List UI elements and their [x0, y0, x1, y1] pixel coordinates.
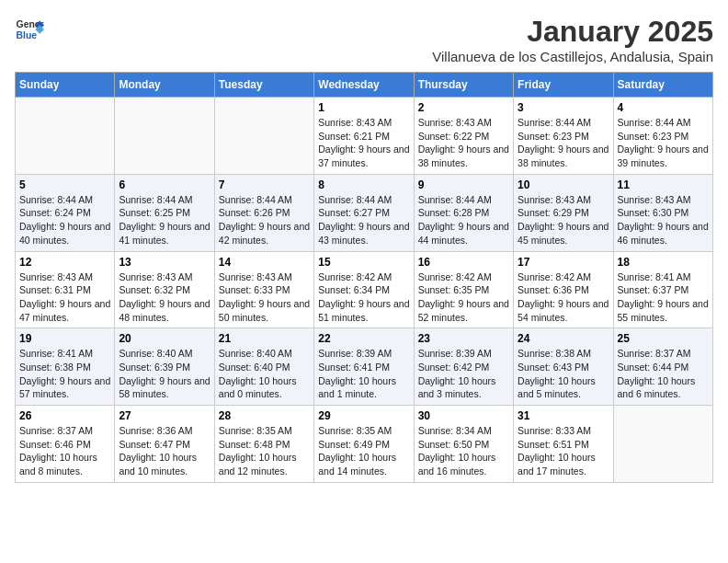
- weekday-header: Sunday: [16, 73, 115, 98]
- main-title: January 2025: [432, 15, 713, 49]
- calendar-table: SundayMondayTuesdayWednesdayThursdayFrid…: [15, 72, 713, 483]
- calendar-cell: 29Sunrise: 8:35 AM Sunset: 6:49 PM Dayli…: [314, 406, 414, 483]
- day-number: 28: [219, 409, 310, 422]
- day-info: Sunrise: 8:35 AM Sunset: 6:48 PM Dayligh…: [219, 424, 310, 478]
- day-number: 26: [19, 409, 110, 422]
- day-number: 22: [318, 332, 409, 345]
- calendar-week-row: 5Sunrise: 8:44 AM Sunset: 6:24 PM Daylig…: [16, 174, 713, 251]
- day-number: 14: [219, 256, 310, 269]
- calendar-cell: 13Sunrise: 8:43 AM Sunset: 6:32 PM Dayli…: [115, 251, 214, 328]
- calendar-cell: 22Sunrise: 8:39 AM Sunset: 6:41 PM Dayli…: [314, 328, 414, 406]
- day-number: 25: [618, 332, 709, 345]
- day-number: 19: [19, 332, 110, 345]
- day-number: 18: [618, 256, 709, 269]
- day-info: Sunrise: 8:36 AM Sunset: 6:47 PM Dayligh…: [119, 424, 210, 478]
- day-info: Sunrise: 8:44 AM Sunset: 6:27 PM Dayligh…: [318, 193, 409, 247]
- calendar-cell: 7Sunrise: 8:44 AM Sunset: 6:26 PM Daylig…: [214, 174, 313, 251]
- day-number: 10: [518, 178, 609, 191]
- day-number: 21: [219, 332, 310, 345]
- day-number: 30: [418, 409, 509, 422]
- calendar-cell: 4Sunrise: 8:44 AM Sunset: 6:23 PM Daylig…: [613, 98, 712, 175]
- day-info: Sunrise: 8:38 AM Sunset: 6:43 PM Dayligh…: [518, 347, 609, 401]
- day-info: Sunrise: 8:44 AM Sunset: 6:23 PM Dayligh…: [518, 116, 609, 170]
- weekday-header: Tuesday: [214, 73, 313, 98]
- calendar-cell: 2Sunrise: 8:43 AM Sunset: 6:22 PM Daylig…: [414, 98, 513, 175]
- day-info: Sunrise: 8:37 AM Sunset: 6:46 PM Dayligh…: [19, 424, 110, 478]
- calendar-cell: 25Sunrise: 8:37 AM Sunset: 6:44 PM Dayli…: [613, 328, 712, 406]
- day-number: 11: [618, 178, 709, 191]
- day-number: 16: [418, 256, 509, 269]
- day-info: Sunrise: 8:43 AM Sunset: 6:21 PM Dayligh…: [318, 116, 409, 170]
- calendar-cell: 6Sunrise: 8:44 AM Sunset: 6:25 PM Daylig…: [115, 174, 214, 251]
- day-info: Sunrise: 8:44 AM Sunset: 6:25 PM Dayligh…: [119, 193, 210, 247]
- day-number: 4: [618, 101, 709, 114]
- day-number: 6: [119, 178, 210, 191]
- subtitle: Villanueva de los Castillejos, Andalusia…: [432, 49, 713, 64]
- day-number: 24: [518, 332, 609, 345]
- weekday-header: Friday: [514, 73, 613, 98]
- day-info: Sunrise: 8:42 AM Sunset: 6:34 PM Dayligh…: [318, 270, 409, 325]
- day-info: Sunrise: 8:44 AM Sunset: 6:26 PM Dayligh…: [219, 193, 310, 247]
- day-number: 5: [19, 178, 110, 191]
- calendar-cell: 15Sunrise: 8:42 AM Sunset: 6:34 PM Dayli…: [314, 251, 414, 328]
- calendar-cell: 19Sunrise: 8:41 AM Sunset: 6:38 PM Dayli…: [16, 328, 115, 406]
- day-info: Sunrise: 8:42 AM Sunset: 6:35 PM Dayligh…: [418, 270, 509, 325]
- header: General Blue January 2025 Villanueva de …: [15, 15, 713, 64]
- day-number: 3: [518, 101, 609, 114]
- day-info: Sunrise: 8:34 AM Sunset: 6:50 PM Dayligh…: [418, 424, 509, 478]
- day-info: Sunrise: 8:37 AM Sunset: 6:44 PM Dayligh…: [618, 347, 709, 401]
- calendar-cell: 23Sunrise: 8:39 AM Sunset: 6:42 PM Dayli…: [414, 328, 513, 406]
- svg-text:Blue: Blue: [17, 30, 38, 40]
- calendar-cell: [115, 98, 214, 175]
- day-info: Sunrise: 8:33 AM Sunset: 6:51 PM Dayligh…: [518, 424, 609, 478]
- day-info: Sunrise: 8:41 AM Sunset: 6:37 PM Dayligh…: [618, 270, 709, 325]
- day-info: Sunrise: 8:35 AM Sunset: 6:49 PM Dayligh…: [318, 424, 409, 478]
- day-number: 15: [318, 256, 409, 269]
- calendar-cell: 12Sunrise: 8:43 AM Sunset: 6:31 PM Dayli…: [16, 251, 115, 328]
- day-number: 23: [418, 332, 509, 345]
- calendar-cell: [214, 98, 313, 175]
- calendar-cell: 5Sunrise: 8:44 AM Sunset: 6:24 PM Daylig…: [16, 174, 115, 251]
- calendar-cell: 24Sunrise: 8:38 AM Sunset: 6:43 PM Dayli…: [514, 328, 613, 406]
- day-info: Sunrise: 8:44 AM Sunset: 6:24 PM Dayligh…: [19, 193, 110, 247]
- calendar-cell: 1Sunrise: 8:43 AM Sunset: 6:21 PM Daylig…: [314, 98, 414, 175]
- day-number: 29: [318, 409, 409, 422]
- day-number: 1: [318, 101, 409, 114]
- day-info: Sunrise: 8:43 AM Sunset: 6:22 PM Dayligh…: [418, 116, 509, 170]
- calendar-cell: 20Sunrise: 8:40 AM Sunset: 6:39 PM Dayli…: [115, 328, 214, 406]
- weekday-header-row: SundayMondayTuesdayWednesdayThursdayFrid…: [16, 73, 713, 98]
- calendar-cell: 17Sunrise: 8:42 AM Sunset: 6:36 PM Dayli…: [514, 251, 613, 328]
- weekday-header: Monday: [115, 73, 214, 98]
- day-info: Sunrise: 8:44 AM Sunset: 6:28 PM Dayligh…: [418, 193, 509, 247]
- day-info: Sunrise: 8:43 AM Sunset: 6:30 PM Dayligh…: [618, 193, 709, 247]
- day-number: 12: [19, 256, 110, 269]
- day-info: Sunrise: 8:39 AM Sunset: 6:42 PM Dayligh…: [418, 347, 509, 401]
- logo: General Blue: [15, 15, 44, 44]
- weekday-header: Wednesday: [314, 73, 414, 98]
- calendar-cell: 27Sunrise: 8:36 AM Sunset: 6:47 PM Dayli…: [115, 406, 214, 483]
- day-info: Sunrise: 8:43 AM Sunset: 6:31 PM Dayligh…: [19, 270, 110, 325]
- calendar-week-row: 19Sunrise: 8:41 AM Sunset: 6:38 PM Dayli…: [16, 328, 713, 406]
- day-info: Sunrise: 8:43 AM Sunset: 6:29 PM Dayligh…: [518, 193, 609, 247]
- day-info: Sunrise: 8:39 AM Sunset: 6:41 PM Dayligh…: [318, 347, 409, 401]
- calendar-cell: 9Sunrise: 8:44 AM Sunset: 6:28 PM Daylig…: [414, 174, 513, 251]
- calendar-week-row: 26Sunrise: 8:37 AM Sunset: 6:46 PM Dayli…: [16, 406, 713, 483]
- day-info: Sunrise: 8:43 AM Sunset: 6:33 PM Dayligh…: [219, 270, 310, 325]
- day-number: 9: [418, 178, 509, 191]
- weekday-header: Saturday: [613, 73, 712, 98]
- title-area: January 2025 Villanueva de los Castillej…: [432, 15, 713, 64]
- calendar-cell: 14Sunrise: 8:43 AM Sunset: 6:33 PM Dayli…: [214, 251, 313, 328]
- day-number: 8: [318, 178, 409, 191]
- calendar-cell: [16, 98, 115, 175]
- calendar-cell: 28Sunrise: 8:35 AM Sunset: 6:48 PM Dayli…: [214, 406, 313, 483]
- calendar-cell: 10Sunrise: 8:43 AM Sunset: 6:29 PM Dayli…: [514, 174, 613, 251]
- calendar-cell: 8Sunrise: 8:44 AM Sunset: 6:27 PM Daylig…: [314, 174, 414, 251]
- calendar-cell: 30Sunrise: 8:34 AM Sunset: 6:50 PM Dayli…: [414, 406, 513, 483]
- day-number: 31: [518, 409, 609, 422]
- calendar-cell: 16Sunrise: 8:42 AM Sunset: 6:35 PM Dayli…: [414, 251, 513, 328]
- day-info: Sunrise: 8:40 AM Sunset: 6:39 PM Dayligh…: [119, 347, 210, 401]
- day-info: Sunrise: 8:40 AM Sunset: 6:40 PM Dayligh…: [219, 347, 310, 401]
- day-number: 7: [219, 178, 310, 191]
- logo-icon: General Blue: [15, 15, 44, 44]
- day-number: 17: [518, 256, 609, 269]
